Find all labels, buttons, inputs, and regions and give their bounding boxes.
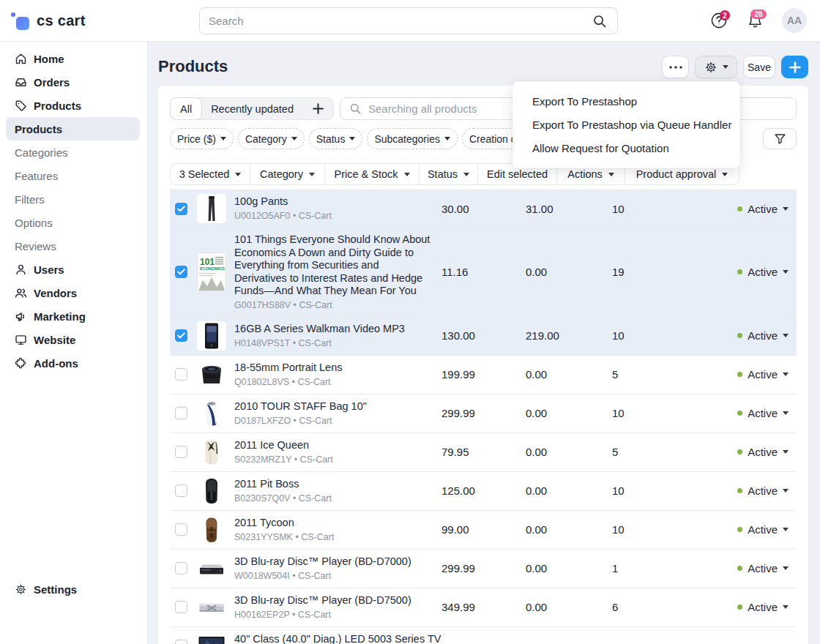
product-thumbnail[interactable]	[197, 554, 226, 583]
product-price[interactable]: 99.00	[441, 523, 526, 536]
row-checkbox[interactable]	[175, 329, 187, 342]
row-checkbox[interactable]	[175, 368, 187, 381]
cscart-logo[interactable]: cs cart	[9, 10, 86, 31]
product-name[interactable]: 40" Class (40.0" Diag.) LED 5003 Series …	[234, 633, 432, 644]
product-quantity[interactable]: 10	[612, 329, 736, 342]
product-thumbnail[interactable]	[197, 515, 226, 544]
product-thumbnail[interactable]	[197, 360, 226, 389]
product-price[interactable]: 199.99	[441, 368, 526, 381]
sidebar-item-marketing[interactable]: Marketing	[6, 304, 140, 328]
sidebar-item-products[interactable]: Products	[6, 117, 140, 141]
add-product-button[interactable]	[781, 56, 808, 78]
product-name[interactable]: 3D Blu-ray Disc™ Player (BD-D7500)	[234, 594, 432, 607]
product-status-dropdown[interactable]: Active	[736, 266, 789, 278]
search-icon[interactable]	[592, 14, 607, 29]
product-name[interactable]: 3D Blu-ray Disc™ Player (BD-D7000)	[234, 555, 432, 569]
product-name[interactable]: 18-55mm Portrait Lens	[234, 362, 432, 375]
product-name[interactable]: 2011 Ice Queen	[234, 439, 432, 452]
row-checkbox[interactable]	[175, 266, 187, 278]
sidebar-item-users[interactable]: Users	[6, 258, 140, 281]
product-quantity[interactable]: 1	[612, 562, 736, 574]
product-price[interactable]: 349.99	[441, 601, 526, 613]
add-tab-button[interactable]	[303, 98, 333, 119]
product-list-price[interactable]: 0.00	[526, 266, 612, 278]
product-price[interactable]: 299.99	[441, 562, 526, 574]
sidebar-item-vendors[interactable]: Vendors	[6, 281, 140, 304]
filter-chip-price-[interactable]: Price ($)	[170, 128, 234, 149]
row-checkbox[interactable]	[175, 407, 187, 419]
sidebar-item-categories[interactable]: Categories	[6, 141, 140, 164]
tab-recently-updated[interactable]: Recently updated	[201, 98, 303, 119]
sidebar-item-add-ons[interactable]: Add-ons	[6, 351, 140, 375]
product-name[interactable]: 100g Pants	[234, 195, 432, 209]
product-status-dropdown[interactable]: Active	[736, 523, 789, 536]
sidebar-item-reviews[interactable]: Reviews	[6, 234, 140, 258]
product-quantity[interactable]: 10	[612, 484, 736, 497]
product-name[interactable]: 2011 Tycoon	[234, 517, 432, 530]
product-thumbnail[interactable]: 101ECONOMICS	[197, 252, 226, 291]
sidebar-item-products[interactable]: Products	[6, 94, 140, 117]
product-price[interactable]: 30.00	[441, 203, 526, 215]
product-status-dropdown[interactable]: Active	[736, 407, 789, 419]
gear-dropdown-button[interactable]	[695, 56, 737, 78]
toolbar-3-selected[interactable]: 3 Selected	[171, 164, 250, 184]
product-list-price[interactable]: 0.00	[526, 368, 612, 381]
advanced-filter-button[interactable]	[763, 128, 797, 149]
product-list-price[interactable]: 0.00	[526, 562, 612, 574]
product-quantity[interactable]: 10	[612, 203, 736, 215]
more-actions-button[interactable]	[662, 56, 689, 78]
product-status-dropdown[interactable]: Active	[736, 484, 789, 497]
product-price[interactable]: 130.00	[441, 329, 526, 342]
product-list-price[interactable]: 0.00	[526, 446, 612, 458]
product-price[interactable]: 79.95	[441, 446, 526, 458]
product-status-dropdown[interactable]: Active	[736, 203, 789, 215]
product-price[interactable]: 11.16	[441, 266, 526, 278]
row-checkbox[interactable]	[175, 203, 187, 215]
sidebar-item-filters[interactable]: Filters	[6, 187, 140, 211]
row-checkbox[interactable]	[175, 640, 187, 644]
filter-chip-status[interactable]: Status	[309, 128, 363, 149]
product-name[interactable]: 2011 Pit Boss	[234, 478, 432, 491]
product-thumbnail[interactable]	[197, 632, 226, 644]
sidebar-item-features[interactable]: Features	[6, 164, 140, 187]
menu-item-export-to-prestashop[interactable]: Export To Prestashop	[512, 89, 740, 113]
product-list-price[interactable]: 0.00	[526, 407, 612, 419]
product-thumbnail[interactable]	[197, 321, 226, 351]
sidebar-item-home[interactable]: Home	[6, 47, 140, 70]
menu-item-allow-request-for-quotation[interactable]: Allow Request for Quotation	[512, 136, 740, 160]
sidebar-item-website[interactable]: Website	[6, 328, 140, 351]
product-status-dropdown[interactable]: Active	[736, 601, 789, 613]
product-thumbnail[interactable]	[197, 593, 226, 622]
product-status-dropdown[interactable]: Active	[736, 446, 789, 458]
row-checkbox[interactable]	[175, 562, 187, 574]
row-checkbox[interactable]	[175, 484, 187, 497]
filter-chip-subcategories[interactable]: Subcategories	[367, 128, 458, 149]
product-name[interactable]: 2010 TOUR STAFF Bag 10"	[234, 400, 432, 413]
help-button[interactable]: 2	[711, 12, 727, 29]
product-quantity[interactable]: 19	[612, 266, 736, 278]
avatar[interactable]: AA	[782, 8, 807, 33]
product-thumbnail[interactable]	[197, 194, 226, 223]
filter-chip-category[interactable]: Category	[238, 128, 305, 149]
product-name[interactable]: 101 Things Everyone Should Know About Ec…	[234, 233, 432, 298]
product-price[interactable]: 299.99	[441, 407, 526, 419]
product-status-dropdown[interactable]: Active	[736, 329, 789, 342]
product-thumbnail[interactable]	[197, 399, 226, 428]
product-name[interactable]: 16GB A Series Walkman Video MP3	[234, 323, 432, 336]
menu-item-export-to-prestashop-via-queue-handler[interactable]: Export To Prestashop via Queue Handler	[512, 113, 740, 136]
product-quantity[interactable]: 5	[612, 446, 736, 458]
notifications-button[interactable]: 28	[747, 12, 764, 29]
product-list-price[interactable]: 219.00	[526, 329, 612, 342]
product-thumbnail[interactable]	[197, 476, 226, 506]
toolbar-category[interactable]: Category	[250, 164, 325, 184]
product-list-price[interactable]: 0.00	[526, 523, 612, 536]
tab-all[interactable]: All	[170, 97, 202, 120]
row-checkbox[interactable]	[175, 601, 187, 613]
product-list-price[interactable]: 31.00	[526, 203, 612, 215]
product-quantity[interactable]: 10	[612, 407, 736, 419]
product-price[interactable]: 125.00	[441, 484, 526, 497]
sidebar-item-orders[interactable]: Orders	[6, 70, 140, 94]
save-button[interactable]: Save	[743, 56, 775, 78]
global-search-input[interactable]	[209, 15, 592, 27]
sidebar-item-settings[interactable]: Settings	[6, 577, 141, 601]
